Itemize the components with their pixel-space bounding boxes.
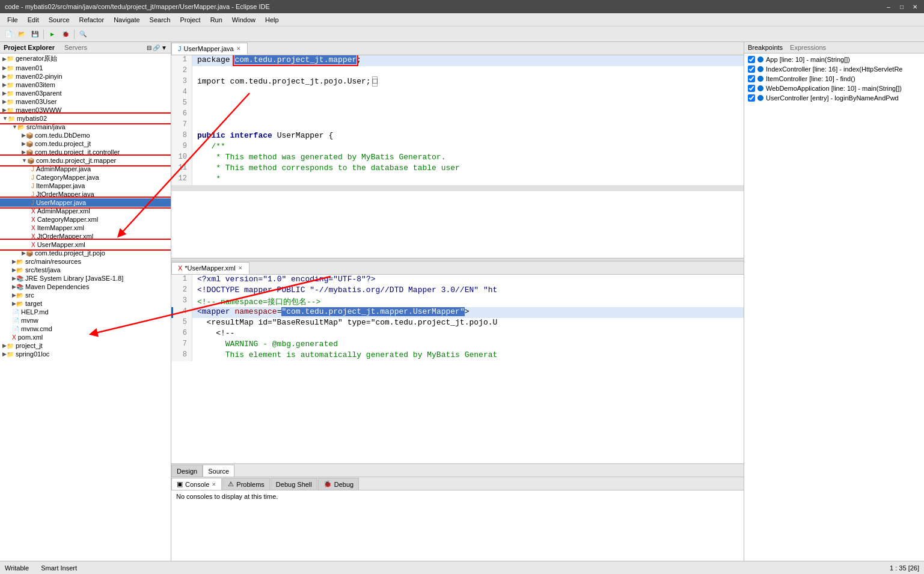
tree-item-com.tedu.DbDemo[interactable]: ▶ 📦com.tedu.DbDemo xyxy=(0,131,171,139)
xml-editor[interactable]: 1<?xml version="1.0" encoding="UTF-8"?>2… xyxy=(171,275,744,464)
menu-edit[interactable]: Edit xyxy=(23,15,44,25)
tree-item-ItemMapper.xml[interactable]: XItemMapper.xml xyxy=(0,224,171,232)
tab-label-java: UserMapper.java xyxy=(184,45,234,52)
tree-label: maven03User xyxy=(16,98,57,105)
tree-item-HELP.md[interactable]: 📄HELP.md xyxy=(0,308,171,316)
tb-run[interactable]: ▶ xyxy=(46,28,58,40)
menu-refactor[interactable]: Refactor xyxy=(75,15,109,25)
line-number: 1 xyxy=(171,55,192,66)
menu-project[interactable]: Project xyxy=(175,15,205,25)
tree-item-maven03parent[interactable]: ▶ 📁maven03parent xyxy=(0,89,171,97)
tree-label: maven03WWW xyxy=(16,106,61,114)
tree-item-mybatis02[interactable]: ▼ 📁mybatis02 xyxy=(0,114,171,123)
tree-item-com.tedu.project_jt[interactable]: ▶ 📦com.tedu.project_jt xyxy=(0,139,171,148)
tree-item-UserMapper.xml[interactable]: XUserMapper.xml xyxy=(0,240,171,249)
tab-close-console[interactable]: ✕ xyxy=(212,481,216,487)
tree-item-com.tedu.project_jt.pojo[interactable]: ▶ 📦com.tedu.project_jt.pojo xyxy=(0,249,171,257)
tree-item-maven01[interactable]: ▶ 📁maven01 xyxy=(0,64,171,72)
tree-label: CategoryMapper.java xyxy=(36,174,99,181)
tree-item-src-main-resources[interactable]: ▶ 📂src/main/resources xyxy=(0,257,171,266)
tree-item-ItemMapper.java[interactable]: JItemMapper.java xyxy=(0,182,171,190)
view-menu-btn[interactable]: ▼ xyxy=(161,44,167,51)
minimize-button[interactable]: – xyxy=(884,2,893,11)
tb-sep-2 xyxy=(74,29,75,39)
tree-item-src[interactable]: ▶ 📂src xyxy=(0,291,171,299)
tree-item-src-main-java[interactable]: ▼ 📂src/main/java xyxy=(0,123,171,131)
line-number: 8 xyxy=(171,131,192,142)
menu-file[interactable]: File xyxy=(2,15,23,25)
tree-item-CategoryMapper.xml[interactable]: XCategoryMapper.xml xyxy=(0,215,171,224)
tb-save[interactable]: 💾 xyxy=(29,28,41,40)
line-content: package com.tedu.project_jt.mapper; xyxy=(192,55,744,66)
menu-source[interactable]: Source xyxy=(44,15,75,25)
link-editor-btn[interactable]: 🔗 xyxy=(153,44,160,51)
bp-label: IndexController [line: 16] - index(HttpS… xyxy=(766,66,902,73)
bp-checkbox[interactable] xyxy=(748,85,755,92)
breakpoint-item[interactable]: UserController [entry] - loginByNameAndP… xyxy=(745,93,923,103)
breakpoint-item[interactable]: App [line: 10] - main(String[]) xyxy=(745,55,923,64)
tree-item-mvnw[interactable]: 📄mvnw xyxy=(0,316,171,325)
tab-usermapper-xml[interactable]: X *UserMapper.xml ✕ xyxy=(171,262,249,274)
breakpoint-item[interactable]: ItemController [line: 10] - find() xyxy=(745,74,923,84)
menu-run[interactable]: Run xyxy=(206,15,227,25)
tree-item-com.tedu.project_jt.controller[interactable]: ▶ 📦com.tedu.project_jt.controller xyxy=(0,148,171,156)
tree-item-pom.xml[interactable]: Xpom.xml xyxy=(0,333,171,341)
tree-item-com.tedu.project_jt.mapper[interactable]: ▼ 📦com.tedu.project_jt.mapper xyxy=(0,156,171,165)
tree-item-target[interactable]: ▶ 📂target xyxy=(0,299,171,308)
tree-item-maven02-pinyin[interactable]: ▶ 📁maven02-pinyin xyxy=(0,72,171,81)
sidebar-content[interactable]: ▶ 📁generator原始▶ 📁maven01▶ 📁maven02-pinyi… xyxy=(0,53,171,561)
tree-item-src-test-java[interactable]: ▶ 📂src/test/java xyxy=(0,266,171,274)
tree-item-maven03WWW[interactable]: ▶ 📁maven03WWW xyxy=(0,106,171,114)
tree-item-UserMapper.java[interactable]: JUserMapper.java xyxy=(0,198,171,207)
bp-checkbox[interactable] xyxy=(748,75,755,82)
tab-close-xml[interactable]: ✕ xyxy=(238,265,243,271)
tree-item-JtOrderMapper.java[interactable]: JJtOrderMapper.java xyxy=(0,190,171,198)
breakpoint-item[interactable]: WebDemoApplication [line: 10] - main(Str… xyxy=(745,84,923,93)
tab-usermapper-java[interactable]: J UserMapper.java ✕ xyxy=(171,43,248,55)
tree-item-project_jt[interactable]: ▶ 📁project_jt xyxy=(0,341,171,350)
breakpoint-item[interactable]: IndexController [line: 16] - index(HttpS… xyxy=(745,64,923,74)
bp-checkbox[interactable] xyxy=(748,56,755,63)
tree-item-mvnw.cmd[interactable]: 📄mvnw.cmd xyxy=(0,325,171,333)
tab-close-java[interactable]: ✕ xyxy=(236,46,241,52)
tree-item-AdminMapper.xml[interactable]: XAdminMapper.xml xyxy=(0,207,171,215)
tree-item-JRE-System[interactable]: ▶ 📚JRE System Library [JavaSE-1.8] xyxy=(0,274,171,282)
tree-item-generator[interactable]: ▶ 📁generator原始 xyxy=(0,53,171,64)
tree-item-CategoryMapper.java[interactable]: JCategoryMapper.java xyxy=(0,173,171,182)
line-content: <!-- namespace=接口的包名--> xyxy=(192,296,744,307)
close-button[interactable]: ✕ xyxy=(911,2,919,11)
java-editor[interactable]: 1package com.tedu.project_jt.mapper;23im… xyxy=(171,55,744,258)
tb-search[interactable]: 🔍 xyxy=(77,28,89,40)
tree-item-spring01loc[interactable]: ▶ 📁spring01loc xyxy=(0,350,171,358)
bp-checkbox[interactable] xyxy=(748,66,755,73)
tree-item-AdminMapper.java[interactable]: JAdminMapper.java xyxy=(0,165,171,173)
tab-debug[interactable]: 🐞 Debug xyxy=(318,478,359,490)
tab-console[interactable]: ▣ Console ✕ xyxy=(171,478,222,490)
tree-item-JtOrderMapper.xml[interactable]: XJtOrderMapper.xml xyxy=(0,232,171,240)
bp-checkbox[interactable] xyxy=(748,94,755,102)
tb-new[interactable]: 📄 xyxy=(2,28,14,40)
java-line-9: 9 /** xyxy=(171,142,744,153)
menu-window[interactable]: Window xyxy=(227,15,260,25)
menu-search[interactable]: Search xyxy=(145,15,176,25)
expressions-title: Expressions xyxy=(790,44,826,51)
collapse-all-btn[interactable]: ⊟ xyxy=(147,44,151,51)
menu-help[interactable]: Help xyxy=(260,15,284,25)
project-explorer: Project Explorer Servers ⊟ 🔗 ▼ ▶ 📁genera… xyxy=(0,42,171,561)
tb-open[interactable]: 📂 xyxy=(16,28,28,40)
tb-debug[interactable]: 🐞 xyxy=(60,28,72,40)
tree-item-maven03User[interactable]: ▶ 📁maven03User xyxy=(0,97,171,106)
lower-editor-pane: X *UserMapper.xml ✕ 1<?xml version="1.0"… xyxy=(171,261,744,477)
tab-design[interactable]: Design xyxy=(171,465,203,477)
tab-problems[interactable]: ⚠ Problems xyxy=(222,478,269,490)
tree-item-Maven-Deps[interactable]: ▶ 📚Maven Dependencies xyxy=(0,282,171,291)
xml-line-7: 7 WARNING - @mbg.generated xyxy=(171,340,744,350)
title-text: code - mybatis02/src/main/java/com/tedu/… xyxy=(5,3,270,10)
tree-item-maven03item[interactable]: ▶ 📁maven03item xyxy=(0,81,171,89)
toolbar: 📄 📂 💾 ▶ 🐞 🔍 xyxy=(0,26,924,42)
tab-debug-shell[interactable]: Debug Shell xyxy=(271,478,317,490)
maximize-button[interactable]: □ xyxy=(898,2,906,11)
menu-navigate[interactable]: Navigate xyxy=(109,15,144,25)
tab-source[interactable]: Source xyxy=(203,465,234,477)
servers-title: Servers xyxy=(64,44,87,51)
